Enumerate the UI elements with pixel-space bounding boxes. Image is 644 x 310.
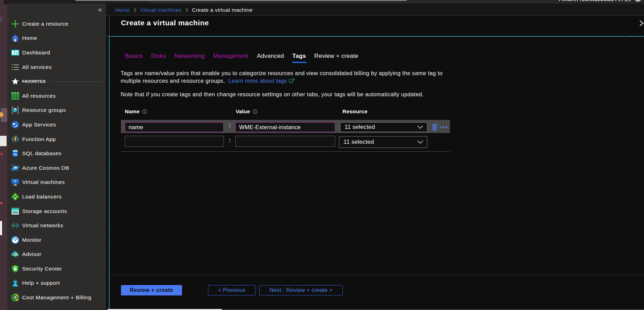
svg-text:$: $ xyxy=(15,296,16,299)
svg-text:SQL: SQL xyxy=(13,153,17,156)
